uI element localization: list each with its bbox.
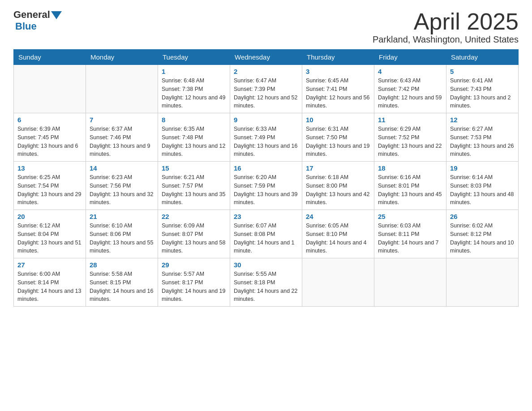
day-number: 22: [162, 213, 226, 220]
day-info: Sunrise: 6:37 AMSunset: 7:46 PMDaylight:…: [90, 125, 154, 158]
weekday-header-wednesday: Wednesday: [230, 50, 302, 65]
calendar-cell: 12Sunrise: 6:27 AMSunset: 7:53 PMDayligh…: [446, 113, 519, 162]
weekday-header-thursday: Thursday: [302, 50, 374, 65]
calendar-cell: 6Sunrise: 6:39 AMSunset: 7:45 PMDaylight…: [14, 113, 86, 162]
weekday-header-row: SundayMondayTuesdayWednesdayThursdayFrid…: [14, 50, 519, 65]
location-title: Parkland, Washington, United States: [373, 34, 519, 45]
logo: General Blue: [13, 9, 62, 32]
weekday-header-friday: Friday: [374, 50, 446, 65]
month-title: April 2025: [373, 9, 519, 34]
calendar-cell: 24Sunrise: 6:05 AMSunset: 8:10 PMDayligh…: [302, 210, 374, 258]
day-number: 8: [162, 116, 226, 124]
day-number: 13: [17, 164, 82, 172]
logo-arrow-icon: [51, 11, 62, 19]
day-number: 29: [162, 261, 226, 269]
week-row-1: 1Sunrise: 6:48 AMSunset: 7:38 PMDaylight…: [14, 65, 519, 113]
calendar-cell: 2Sunrise: 6:47 AMSunset: 7:39 PMDaylight…: [230, 65, 302, 113]
calendar-cell: 7Sunrise: 6:37 AMSunset: 7:46 PMDaylight…: [86, 113, 158, 162]
day-number: 17: [306, 164, 370, 172]
calendar-table: SundayMondayTuesdayWednesdayThursdayFrid…: [13, 49, 519, 307]
weekday-header-saturday: Saturday: [446, 50, 519, 65]
day-number: 1: [162, 68, 226, 75]
calendar-cell: 4Sunrise: 6:43 AMSunset: 7:42 PMDaylight…: [374, 65, 446, 113]
day-info: Sunrise: 6:27 AMSunset: 7:53 PMDaylight:…: [450, 125, 515, 158]
day-number: 30: [234, 261, 298, 269]
calendar-cell: 15Sunrise: 6:21 AMSunset: 7:57 PMDayligh…: [158, 162, 230, 210]
calendar-cell: 20Sunrise: 6:12 AMSunset: 8:04 PMDayligh…: [14, 210, 86, 258]
week-row-5: 27Sunrise: 6:00 AMSunset: 8:14 PMDayligh…: [14, 258, 519, 307]
day-info: Sunrise: 6:35 AMSunset: 7:48 PMDaylight:…: [162, 125, 226, 158]
calendar-cell: 25Sunrise: 6:03 AMSunset: 8:11 PMDayligh…: [374, 210, 446, 258]
calendar-cell: [86, 65, 158, 113]
day-number: 7: [90, 116, 154, 124]
day-info: Sunrise: 6:47 AMSunset: 7:39 PMDaylight:…: [234, 77, 298, 110]
week-row-3: 13Sunrise: 6:25 AMSunset: 7:54 PMDayligh…: [14, 162, 519, 210]
day-info: Sunrise: 6:03 AMSunset: 8:11 PMDaylight:…: [378, 222, 442, 255]
calendar-cell: 30Sunrise: 5:55 AMSunset: 8:18 PMDayligh…: [230, 258, 302, 307]
day-info: Sunrise: 6:23 AMSunset: 7:56 PMDaylight:…: [90, 173, 154, 207]
day-info: Sunrise: 6:07 AMSunset: 8:08 PMDaylight:…: [234, 222, 298, 255]
page-header: General Blue April 2025 Parkland, Washin…: [13, 9, 519, 45]
week-row-4: 20Sunrise: 6:12 AMSunset: 8:04 PMDayligh…: [14, 210, 519, 258]
calendar-cell: 9Sunrise: 6:33 AMSunset: 7:49 PMDaylight…: [230, 113, 302, 162]
calendar-cell: [14, 65, 86, 113]
calendar-cell: 19Sunrise: 6:14 AMSunset: 8:03 PMDayligh…: [446, 162, 519, 210]
day-number: 5: [450, 68, 515, 75]
calendar-cell: [446, 258, 519, 307]
day-info: Sunrise: 6:20 AMSunset: 7:59 PMDaylight:…: [234, 173, 298, 207]
calendar-cell: 18Sunrise: 6:16 AMSunset: 8:01 PMDayligh…: [374, 162, 446, 210]
day-info: Sunrise: 6:41 AMSunset: 7:43 PMDaylight:…: [450, 77, 515, 110]
day-number: 10: [306, 116, 370, 124]
day-info: Sunrise: 6:12 AMSunset: 8:04 PMDaylight:…: [17, 222, 82, 255]
calendar-cell: 22Sunrise: 6:09 AMSunset: 8:07 PMDayligh…: [158, 210, 230, 258]
calendar-cell: 17Sunrise: 6:18 AMSunset: 8:00 PMDayligh…: [302, 162, 374, 210]
calendar-cell: 5Sunrise: 6:41 AMSunset: 7:43 PMDaylight…: [446, 65, 519, 113]
day-info: Sunrise: 6:18 AMSunset: 8:00 PMDaylight:…: [306, 173, 370, 207]
day-number: 2: [234, 68, 298, 75]
day-info: Sunrise: 6:16 AMSunset: 8:01 PMDaylight:…: [378, 173, 442, 207]
day-number: 23: [234, 213, 298, 220]
calendar-cell: [374, 258, 446, 307]
day-info: Sunrise: 6:14 AMSunset: 8:03 PMDaylight:…: [450, 173, 515, 207]
calendar-cell: [302, 258, 374, 307]
day-info: Sunrise: 6:29 AMSunset: 7:52 PMDaylight:…: [378, 125, 442, 158]
calendar-cell: 11Sunrise: 6:29 AMSunset: 7:52 PMDayligh…: [374, 113, 446, 162]
day-number: 18: [378, 164, 442, 172]
day-info: Sunrise: 6:45 AMSunset: 7:41 PMDaylight:…: [306, 77, 370, 110]
day-number: 4: [378, 68, 442, 75]
logo-text-general: General: [13, 9, 50, 21]
day-number: 12: [450, 116, 515, 124]
day-number: 28: [90, 261, 154, 269]
day-info: Sunrise: 6:02 AMSunset: 8:12 PMDaylight:…: [450, 222, 515, 255]
calendar-cell: 29Sunrise: 5:57 AMSunset: 8:17 PMDayligh…: [158, 258, 230, 307]
calendar-cell: 23Sunrise: 6:07 AMSunset: 8:08 PMDayligh…: [230, 210, 302, 258]
day-number: 15: [162, 164, 226, 172]
day-number: 9: [234, 116, 298, 124]
weekday-header-tuesday: Tuesday: [158, 50, 230, 65]
day-number: 24: [306, 213, 370, 220]
calendar-cell: 10Sunrise: 6:31 AMSunset: 7:50 PMDayligh…: [302, 113, 374, 162]
calendar-cell: 28Sunrise: 5:58 AMSunset: 8:15 PMDayligh…: [86, 258, 158, 307]
calendar-cell: 8Sunrise: 6:35 AMSunset: 7:48 PMDaylight…: [158, 113, 230, 162]
day-info: Sunrise: 6:43 AMSunset: 7:42 PMDaylight:…: [378, 77, 442, 110]
week-row-2: 6Sunrise: 6:39 AMSunset: 7:45 PMDaylight…: [14, 113, 519, 162]
day-number: 26: [450, 213, 515, 220]
day-info: Sunrise: 6:00 AMSunset: 8:14 PMDaylight:…: [17, 270, 82, 304]
day-info: Sunrise: 5:55 AMSunset: 8:18 PMDaylight:…: [234, 270, 298, 304]
logo-text-blue: Blue: [15, 21, 37, 32]
calendar-cell: 14Sunrise: 6:23 AMSunset: 7:56 PMDayligh…: [86, 162, 158, 210]
day-number: 20: [17, 213, 82, 220]
day-number: 19: [450, 164, 515, 172]
title-block: April 2025 Parkland, Washington, United …: [373, 9, 519, 45]
calendar-cell: 27Sunrise: 6:00 AMSunset: 8:14 PMDayligh…: [14, 258, 86, 307]
day-info: Sunrise: 5:57 AMSunset: 8:17 PMDaylight:…: [162, 270, 226, 304]
day-number: 25: [378, 213, 442, 220]
day-number: 3: [306, 68, 370, 75]
day-info: Sunrise: 6:10 AMSunset: 8:06 PMDaylight:…: [90, 222, 154, 255]
weekday-header-monday: Monday: [86, 50, 158, 65]
calendar-cell: 26Sunrise: 6:02 AMSunset: 8:12 PMDayligh…: [446, 210, 519, 258]
day-number: 6: [17, 116, 82, 124]
day-number: 16: [234, 164, 298, 172]
day-number: 27: [17, 261, 82, 269]
calendar-cell: 1Sunrise: 6:48 AMSunset: 7:38 PMDaylight…: [158, 65, 230, 113]
